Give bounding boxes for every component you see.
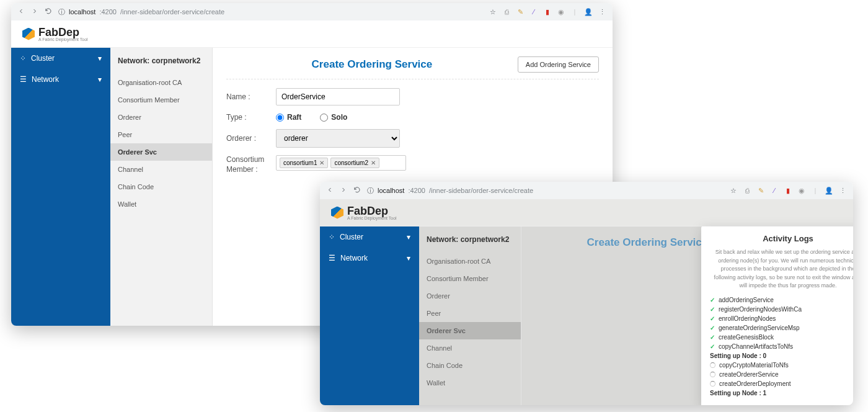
sidebar-item-cluster[interactable]: ⁘Cluster ▾ — [320, 226, 419, 248]
remove-tag-icon[interactable]: ✕ — [319, 159, 324, 166]
browser-toolbar: ⓘ localhost:4200/inner-sidebar/order-ser… — [11, 3, 613, 20]
type-label: Type : — [226, 113, 276, 122]
mid-item-org-root-ca[interactable]: Organisation-root CA — [419, 253, 521, 270]
star-icon[interactable]: ☆ — [489, 7, 497, 16]
check-icon: ✓ — [710, 334, 715, 341]
profile-icon[interactable]: 👤 — [584, 7, 593, 16]
url-path: /inner-sidebar/order-service/create — [120, 8, 224, 16]
log-line: copyCryptoMaterialToNfs — [710, 362, 853, 369]
spinner-icon — [710, 362, 715, 368]
log-line: Setting up Node : 0 — [710, 352, 853, 359]
mid-item-orderer[interactable]: Orderer — [419, 287, 521, 305]
sidebar-item-network[interactable]: ☰Network ▾ — [320, 248, 419, 269]
ext-icon-1[interactable]: ✎ — [516, 7, 525, 16]
camera-icon[interactable]: ⎙ — [502, 7, 511, 16]
forward-icon[interactable] — [340, 186, 347, 195]
menu-icon[interactable]: ⋮ — [838, 186, 847, 195]
reload-icon[interactable] — [353, 186, 361, 195]
sidebar-primary: ⁘Cluster ▾ ☰Network ▾ — [320, 226, 419, 405]
log-line: ✓enrollOrderingNodes — [710, 315, 853, 322]
ext-icon-2[interactable]: ⁄ — [770, 186, 779, 195]
log-text: Setting up Node : 1 — [710, 390, 766, 396]
mid-item-consortium[interactable]: Consortium Member — [419, 270, 521, 287]
page-title: Create Ordering Service — [587, 236, 708, 249]
modal-description: Sit back and relax while we set up the o… — [710, 248, 853, 290]
ext-icon-3[interactable]: ▮ — [543, 7, 552, 16]
log-text: createGenesisBlock — [719, 334, 774, 341]
ext-icon-4[interactable]: ◉ — [557, 7, 565, 16]
logo-mark-icon — [22, 28, 35, 40]
log-line: ✓copyChannelArtifactsToNfs — [710, 343, 853, 350]
type-radio-raft[interactable]: Raft — [276, 113, 301, 122]
sidebar-item-cluster[interactable]: ⁘Cluster ▾ — [11, 48, 110, 69]
activity-logs-list[interactable]: ✓addOrderingService✓registerOrderingNode… — [710, 297, 853, 399]
mid-item-peer[interactable]: Peer — [419, 305, 521, 322]
mid-item-wallet[interactable]: Wallet — [419, 374, 521, 392]
url-bar[interactable]: ⓘ localhost:4200/inner-sidebar/order-ser… — [367, 186, 723, 195]
browser-toolbar: ⓘ localhost:4200/inner-sidebar/order-ser… — [320, 182, 853, 199]
spinner-icon — [710, 381, 715, 387]
forward-icon[interactable] — [31, 7, 38, 16]
star-icon[interactable]: ☆ — [729, 186, 738, 195]
type-radio-solo[interactable]: Solo — [320, 113, 347, 122]
log-text: enrollOrderingNodes — [719, 315, 776, 322]
info-icon: ⓘ — [367, 186, 374, 195]
chevron-down-icon: ▾ — [98, 75, 102, 84]
sidebar-secondary: Network: corpnetwork2 Organisation-root … — [419, 226, 521, 405]
consortium-label: Consortium Member : — [226, 155, 276, 174]
mid-item-orderer-svc[interactable]: Orderer Svc — [110, 143, 212, 161]
mid-item-channel[interactable]: Channel — [110, 161, 212, 178]
orderer-select[interactable]: orderer — [276, 129, 400, 148]
mid-item-orderer[interactable]: Orderer — [110, 109, 212, 126]
log-line: ✓createGenesisBlock — [710, 334, 853, 341]
main-content: Create Ordering Service Add Ordering Ser… — [521, 226, 853, 405]
orderer-label: Orderer : — [226, 134, 276, 143]
cluster-icon: ⁘ — [329, 233, 335, 241]
sidebar-primary: ⁘Cluster ▾ ☰Network ▾ — [11, 48, 110, 326]
log-line: createOrdererService — [710, 371, 853, 378]
remove-tag-icon[interactable]: ✕ — [371, 159, 376, 166]
reload-icon[interactable] — [45, 7, 52, 16]
logo[interactable]: FabDep A Fabric Deployment Tool — [22, 26, 88, 42]
mid-item-wallet[interactable]: Wallet — [110, 195, 212, 213]
info-icon: ⓘ — [58, 7, 65, 17]
mid-item-consortium[interactable]: Consortium Member — [110, 91, 212, 109]
cluster-icon: ⁘ — [20, 54, 26, 63]
ext-icon-1[interactable]: ✎ — [756, 186, 765, 195]
back-icon[interactable] — [326, 186, 334, 195]
mid-item-orderer-svc[interactable]: Orderer Svc — [419, 322, 521, 339]
mid-item-chaincode[interactable]: Chain Code — [110, 178, 212, 195]
log-text: addOrderingService — [719, 297, 774, 303]
tag-consortium1: consortium1✕ — [280, 158, 328, 168]
ext-icon-3[interactable]: ▮ — [784, 186, 792, 195]
profile-icon[interactable]: 👤 — [825, 186, 833, 195]
back-icon[interactable] — [17, 7, 25, 16]
network-title: Network: corpnetwork2 — [419, 226, 521, 253]
log-text: registerOrderingNodesWithCa — [719, 306, 802, 313]
consortium-tag-input[interactable]: consortium1✕ consortium2✕ — [276, 155, 406, 171]
ext-icon-4[interactable]: ◉ — [797, 186, 806, 195]
name-input[interactable] — [276, 88, 400, 105]
ext-icon-2[interactable]: ⁄ — [529, 7, 538, 16]
sidebar-item-network[interactable]: ☰Network ▾ — [11, 69, 110, 90]
log-line: Setting up Node : 1 — [710, 390, 853, 396]
log-line: createOrdererDeployment — [710, 380, 853, 387]
camera-icon[interactable]: ⎙ — [743, 186, 751, 195]
menu-icon[interactable]: ⋮ — [598, 7, 606, 16]
logo-tagline: A Fabric Deployment Tool — [38, 37, 88, 42]
check-icon: ✓ — [710, 343, 715, 350]
add-ordering-service-button[interactable]: Add Ordering Service — [518, 56, 599, 73]
modal-title: Activity Logs — [710, 234, 853, 243]
log-line: ✓registerOrderingNodesWithCa — [710, 306, 853, 313]
check-icon: ✓ — [710, 325, 715, 331]
mid-item-chaincode[interactable]: Chain Code — [419, 357, 521, 374]
network-title: Network: corpnetwork2 — [110, 48, 212, 74]
log-text: generateOrderingServiceMsp — [719, 325, 800, 331]
logo[interactable]: FabDep A Fabric Deployment Tool — [331, 205, 397, 220]
mid-item-peer[interactable]: Peer — [110, 126, 212, 143]
mid-item-org-root-ca[interactable]: Organisation-root CA — [110, 74, 212, 91]
check-icon: ✓ — [710, 306, 715, 313]
mid-item-channel[interactable]: Channel — [419, 339, 521, 357]
url-bar[interactable]: ⓘ localhost:4200/inner-sidebar/order-ser… — [58, 7, 482, 17]
chevron-down-icon: ▾ — [407, 233, 410, 241]
